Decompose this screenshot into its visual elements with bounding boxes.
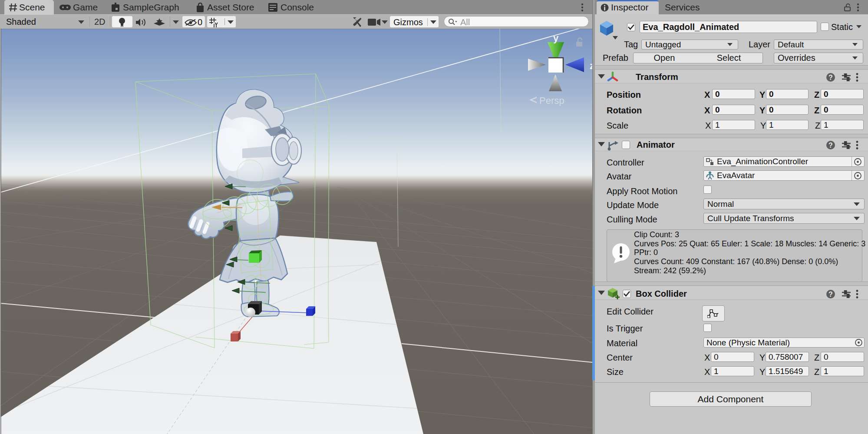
svg-text:y: y bbox=[553, 33, 559, 43]
svg-text:Persp: Persp bbox=[539, 95, 564, 106]
svg-text:?: ? bbox=[828, 74, 833, 81]
svg-text:?: ? bbox=[828, 142, 833, 149]
svg-text:?: ? bbox=[828, 291, 833, 298]
